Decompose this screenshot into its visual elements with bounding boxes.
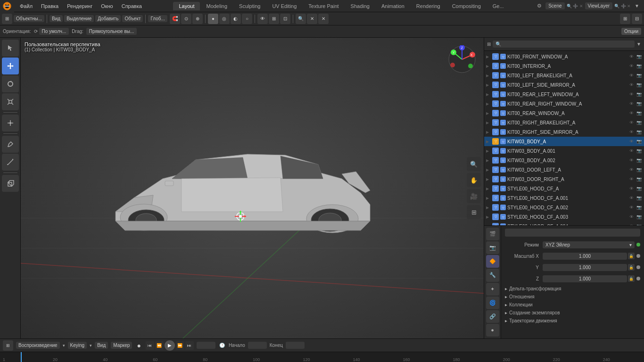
- transform-global[interactable]: Глоб...: [148, 15, 167, 22]
- step-forward-btn[interactable]: ⏩: [176, 341, 184, 350]
- object-mode-dropdown[interactable]: Объектны...: [14, 15, 44, 22]
- step-back-btn[interactable]: ⏪: [155, 341, 164, 350]
- tab-layout[interactable]: Layout: [173, 2, 200, 10]
- jump-to-start-btn[interactable]: ⏮: [146, 341, 154, 350]
- outliner-item[interactable]: ▶▽▽KITW03_BODY_A👁📷: [484, 137, 644, 146]
- tab-rendering[interactable]: Rendering: [411, 2, 446, 10]
- visibility-icon[interactable]: 👁: [628, 110, 635, 116]
- add-cube-tool[interactable]: [2, 175, 19, 192]
- outliner-item[interactable]: ▶▽▽STYLE00_HOOD_CF_A.002👁📷: [484, 203, 644, 212]
- visibility-icon[interactable]: 👁: [628, 166, 635, 173]
- visibility-icon[interactable]: 📷: [636, 82, 642, 88]
- visibility-icon[interactable]: 📷: [636, 129, 642, 135]
- visibility-icon[interactable]: 📷: [636, 204, 642, 211]
- tab-modeling[interactable]: Modeling: [200, 2, 233, 10]
- camera-btn[interactable]: 🎥: [467, 189, 481, 203]
- options-btn[interactable]: Опции: [621, 28, 641, 35]
- viewport[interactable]: Пользовательская перспектива (1) Collect…: [21, 38, 484, 338]
- visibility-icon[interactable]: 👁: [628, 185, 635, 192]
- marker-dropdown[interactable]: Маркер: [111, 342, 132, 349]
- outliner-item[interactable]: ▶▽▽KITW03_DOOR_LEFT_A👁📷: [484, 165, 644, 174]
- visibility-icon[interactable]: 📷: [636, 176, 642, 182]
- tab-texture-paint[interactable]: Texture Paint: [303, 2, 344, 10]
- visibility-icon[interactable]: 👁: [628, 72, 635, 79]
- outliner-item[interactable]: ▶▽▽KIT00_INTERIOR_A👁📷: [484, 61, 644, 71]
- visibility-icon[interactable]: 📷: [636, 91, 642, 98]
- tab-ge[interactable]: Ge...: [487, 2, 510, 10]
- props-tab-render[interactable]: 📷: [486, 241, 499, 254]
- panel-toggle-icon[interactable]: ⊞: [620, 14, 630, 24]
- close2-icon[interactable]: ✕: [318, 14, 329, 24]
- viewport-options-icon[interactable]: ⊟: [632, 14, 642, 24]
- visibility-icon[interactable]: 👁: [628, 138, 635, 145]
- outliner-item[interactable]: ▶▽▽KIT00_LEFT_SIDE_MIRROR_A👁📷: [484, 80, 644, 90]
- view-grid-btn[interactable]: ⊞: [467, 205, 481, 219]
- section-instances[interactable]: ▸ Создание экземпляров: [505, 309, 640, 317]
- filter-icon[interactable]: ▼: [633, 3, 641, 8]
- scale-z-lock[interactable]: 🔒: [628, 275, 635, 282]
- outliner-search-input[interactable]: [493, 41, 635, 48]
- play-btn[interactable]: ▶: [165, 340, 175, 351]
- visibility-icon[interactable]: 👁: [628, 157, 635, 164]
- outliner-item[interactable]: ▶▽▽STYLE00_HOOD_CF_A👁📷: [484, 184, 644, 193]
- select-tool-cursor[interactable]: [2, 40, 19, 57]
- section-relations[interactable]: ▸ Отношения: [505, 293, 640, 301]
- annotate-tool[interactable]: [2, 136, 19, 153]
- viewport-shading-solid[interactable]: ●: [208, 14, 218, 24]
- outliner-item[interactable]: ▶▽▽KIT00_LEFT_BRAKELIGHT_A👁📷: [484, 71, 644, 80]
- engine-selector[interactable]: ⚙: [535, 3, 544, 9]
- visibility-icon[interactable]: 👁: [628, 82, 635, 88]
- snap-icon[interactable]: 🧲: [170, 14, 180, 24]
- outliner-item[interactable]: ▶▽▽STYLE00_HOOD_CF_A.004👁📷: [484, 222, 644, 225]
- axis-indicator[interactable]: X Y Z: [448, 45, 476, 74]
- visibility-icon[interactable]: 📷: [636, 166, 642, 173]
- visibility-icon[interactable]: 📷: [636, 195, 642, 201]
- outliner-item[interactable]: ▶▽▽KITW03_DOOR_RIGHT_A👁📷: [484, 174, 644, 184]
- viewport-mode-icon[interactable]: ⊞: [2, 14, 12, 24]
- mode-dropdown[interactable]: XYZ Эйлер ▾: [543, 241, 635, 248]
- jump-to-end-btn[interactable]: ⏭: [185, 341, 194, 350]
- section-motion-paths[interactable]: ▸ Траектории движения: [505, 317, 640, 325]
- visibility-icon[interactable]: 📷: [636, 119, 642, 126]
- props-search-input[interactable]: [505, 229, 640, 237]
- visibility-icon[interactable]: 👁: [628, 195, 635, 201]
- start-frame-input[interactable]: 1: [248, 342, 267, 349]
- tab-uv-editing[interactable]: UV Editing: [266, 2, 302, 10]
- overlay-icon[interactable]: ⊞: [269, 14, 279, 24]
- outliner-item[interactable]: ▶▽▽KITW03_BODY_A.002👁📷: [484, 156, 644, 165]
- visibility-icon[interactable]: 👁: [628, 53, 635, 60]
- view-layer-selector[interactable]: ViewLayer: [585, 2, 613, 9]
- props-tab-physics[interactable]: 🌀: [486, 296, 499, 309]
- pan-btn[interactable]: ✋: [467, 173, 481, 187]
- menu-edit[interactable]: Правка: [37, 2, 62, 10]
- visibility-icon[interactable]: 👁: [628, 204, 635, 211]
- visibility-icon[interactable]: 📷: [636, 214, 642, 220]
- scale-x-value[interactable]: 1.000: [543, 253, 627, 260]
- visibility-icon[interactable]: 📷: [636, 185, 642, 192]
- outliner-item[interactable]: ▶▽▽KIT00_RIGHT_BRAKELIGHT_A👁📷: [484, 118, 644, 127]
- menu-help[interactable]: Справка: [118, 2, 146, 10]
- section-collections[interactable]: ▸ Коллекции: [505, 301, 640, 309]
- visibility-icon[interactable]: 📷: [636, 110, 642, 116]
- view-dropdown[interactable]: Вид: [95, 342, 108, 349]
- measure-tool[interactable]: [2, 154, 19, 171]
- timeline-scrubber[interactable]: 120406080100120140160180200220240: [0, 352, 644, 362]
- visibility-icon[interactable]: 👁: [628, 176, 635, 182]
- zoom-in-btn[interactable]: 🔍: [467, 157, 481, 171]
- visibility-icon[interactable]: 📷: [636, 157, 642, 164]
- props-tab-modifier[interactable]: 🔧: [486, 269, 499, 281]
- visibility-icon[interactable]: 👁: [628, 148, 635, 154]
- section-delta[interactable]: ▸ Дельта-трансформация: [505, 285, 640, 293]
- add-menu[interactable]: Добавить: [95, 15, 121, 22]
- tab-shading[interactable]: Shading: [345, 2, 375, 10]
- outliner-item[interactable]: ▶▽▽STYLE00_HOOD_CF_A.003👁📷: [484, 212, 644, 222]
- visibility-icon[interactable]: 👁: [628, 214, 635, 220]
- keyframe-dot[interactable]: ●: [137, 342, 140, 349]
- proportional-edit-icon[interactable]: ⊙: [181, 14, 191, 24]
- visibility-icon[interactable]: 👁: [628, 100, 635, 107]
- outliner-item[interactable]: ▶▽▽STYLE00_HOOD_CF_A.001👁📷: [484, 193, 644, 203]
- viewport-shading-wire[interactable]: ◎: [219, 14, 230, 24]
- scene-selector[interactable]: Scene: [545, 2, 564, 9]
- scale-z-value[interactable]: 1.000: [543, 275, 627, 282]
- scale-tool[interactable]: [2, 93, 19, 110]
